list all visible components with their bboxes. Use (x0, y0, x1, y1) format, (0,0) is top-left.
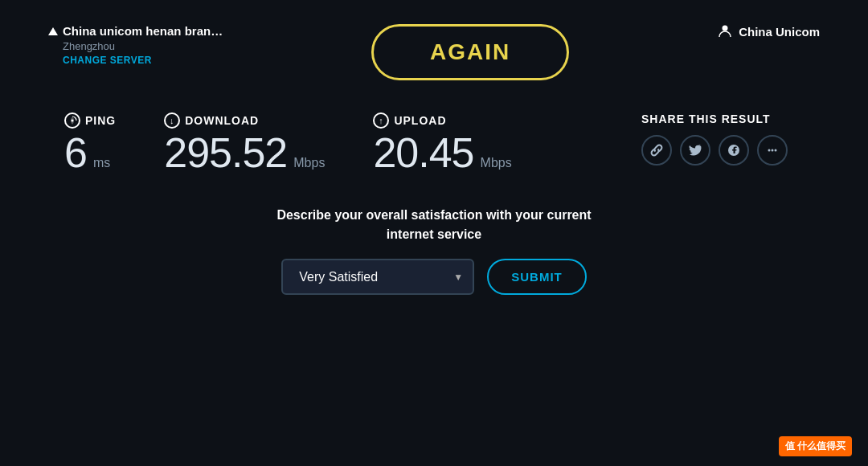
again-button[interactable]: AGAIN (371, 24, 569, 80)
ping-unit: ms (93, 156, 110, 170)
download-block: ↓ DOWNLOAD 295.52 Mbps (164, 112, 325, 174)
download-value-row: 295.52 Mbps (164, 132, 325, 174)
stats-section: PING 6 ms ↓ DOWNLOAD 295.52 Mbps ↑ UPLOA… (48, 112, 820, 174)
share-icons (641, 135, 788, 166)
server-triangle-icon (48, 27, 58, 35)
share-section: SHARE THIS RESULT (641, 112, 788, 166)
share-twitter-button[interactable] (680, 135, 710, 166)
upload-label: ↑ UPLOAD (373, 112, 511, 129)
server-name: China unicom henan bran… (48, 24, 223, 38)
person-icon (718, 24, 732, 39)
svg-point-4 (775, 149, 777, 152)
server-info: China unicom henan bran… Zhengzhou CHANG… (48, 24, 223, 66)
share-more-button[interactable] (757, 135, 788, 166)
svg-point-2 (768, 149, 771, 152)
upload-unit: Mbps (481, 156, 512, 170)
download-label: ↓ DOWNLOAD (164, 112, 325, 129)
ping-label-text: PING (85, 114, 116, 127)
svg-point-0 (723, 26, 728, 31)
ping-icon (64, 112, 80, 129)
watermark: 值 什么值得买 (779, 436, 852, 456)
satisfaction-select[interactable]: Very Satisfied Satisfied Neutral Dissati… (281, 259, 474, 295)
upload-value: 20.45 (373, 132, 473, 174)
survey-controls: Very Satisfied Satisfied Neutral Dissati… (281, 259, 587, 295)
ping-label: PING (64, 112, 116, 129)
download-icon: ↓ (164, 112, 180, 129)
ping-block: PING 6 ms (64, 112, 116, 174)
change-server-link[interactable]: CHANGE SERVER (63, 55, 223, 66)
isp-name: China Unicom (739, 25, 820, 39)
upload-icon: ↑ (373, 112, 389, 129)
ping-value-row: 6 ms (64, 132, 116, 174)
download-value: 295.52 (164, 132, 287, 174)
share-facebook-button[interactable] (719, 135, 749, 166)
survey-question: Describe your overall satisfaction with … (273, 206, 595, 244)
survey-section: Describe your overall satisfaction with … (273, 206, 595, 295)
submit-button[interactable]: SUBMIT (487, 259, 587, 295)
upload-value-row: 20.45 Mbps (373, 132, 511, 174)
satisfaction-select-wrapper[interactable]: Very Satisfied Satisfied Neutral Dissati… (281, 259, 474, 295)
svg-point-1 (72, 120, 74, 122)
download-unit: Mbps (293, 156, 325, 170)
ping-value: 6 (64, 132, 87, 174)
upload-block: ↑ UPLOAD 20.45 Mbps (373, 112, 511, 174)
server-city: Zhengzhou (63, 40, 223, 52)
isp-info: China Unicom (718, 24, 820, 39)
watermark-text: 值 什么值得买 (785, 440, 845, 452)
download-label-text: DOWNLOAD (185, 114, 259, 127)
server-name-text: China unicom henan bran… (63, 24, 223, 38)
upload-label-text: UPLOAD (394, 114, 446, 127)
share-link-button[interactable] (641, 135, 672, 166)
main-container: China unicom henan bran… Zhengzhou CHANG… (0, 0, 868, 466)
top-section: China unicom henan bran… Zhengzhou CHANG… (48, 24, 820, 80)
share-label: SHARE THIS RESULT (641, 112, 788, 125)
svg-point-3 (772, 149, 774, 152)
